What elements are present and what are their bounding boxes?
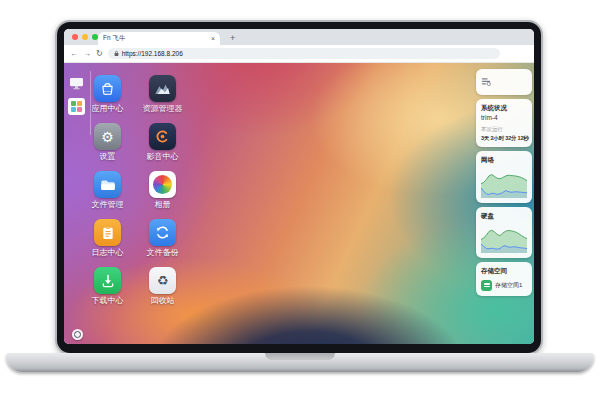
browser-toolbar: ← → ↻ https://192.168.8.206 bbox=[64, 45, 534, 63]
minimize-window-button[interactable] bbox=[82, 34, 88, 40]
app-settings[interactable]: ⚙ 设置 bbox=[80, 123, 135, 171]
app-download-center[interactable]: 下载中心 bbox=[80, 267, 135, 315]
lock-icon bbox=[114, 50, 119, 57]
app-label: 资源管理器 bbox=[143, 105, 183, 113]
app-file-manager[interactable]: 文件管理 bbox=[80, 171, 135, 219]
system-status-title: 系统状况 bbox=[481, 104, 527, 112]
file-manager-icon bbox=[94, 171, 121, 198]
storage-pool-name: 存储空间1 bbox=[495, 281, 522, 290]
new-tab-button[interactable]: + bbox=[230, 34, 235, 43]
reload-icon[interactable]: ↻ bbox=[96, 50, 103, 58]
app-label: 文件备份 bbox=[147, 249, 179, 257]
address-bar[interactable]: https://192.168.8.206 bbox=[108, 48, 500, 59]
app-resource-monitor[interactable]: 资源管理器 bbox=[135, 75, 190, 123]
app-photos[interactable]: 相册 bbox=[135, 171, 190, 219]
app-label: 影音中心 bbox=[147, 153, 179, 161]
app-label: 回收站 bbox=[151, 297, 175, 305]
network-sparkline-chart bbox=[481, 168, 527, 198]
network-title: 网络 bbox=[481, 156, 527, 164]
dock-start-button[interactable] bbox=[72, 329, 83, 340]
browser-tabstrip: Fn 飞牛 × + bbox=[64, 29, 534, 45]
app-center-icon: STORE bbox=[94, 75, 121, 102]
download-center-icon bbox=[94, 267, 121, 294]
hostname: trim-4 bbox=[481, 114, 527, 121]
storage-card: 存储空间 存储空间1 bbox=[476, 262, 532, 295]
storage-title: 存储空间 bbox=[481, 267, 527, 275]
forward-icon[interactable]: → bbox=[83, 50, 91, 58]
widget-panel: 系统状况 trim-4 本次运行 3天 2小时 32分 12秒 网络 硬盘 bbox=[476, 69, 532, 296]
system-status-card: 系统状况 trim-4 本次运行 3天 2小时 32分 12秒 bbox=[476, 99, 532, 147]
app-label: 日志中心 bbox=[92, 249, 124, 257]
recycle-bin-icon: ♻ bbox=[149, 267, 176, 294]
app-recycle-bin[interactable]: ♻ 回收站 bbox=[135, 267, 190, 315]
app-label: 下载中心 bbox=[92, 297, 124, 305]
storage-pool-row[interactable]: 存储空间1 bbox=[481, 280, 527, 291]
media-center-icon bbox=[149, 123, 176, 150]
laptop-base-notch bbox=[265, 353, 335, 360]
laptop-screen: Fn 飞牛 × + ← → ↻ https://192.16 bbox=[55, 20, 543, 355]
laptop-base bbox=[6, 353, 594, 372]
tab-title: Fn 飞牛 bbox=[103, 34, 211, 43]
screen-bezel: Fn 飞牛 × + ← → ↻ https://192.16 bbox=[57, 22, 541, 353]
back-icon[interactable]: ← bbox=[70, 50, 78, 58]
maximize-window-button[interactable] bbox=[92, 34, 98, 40]
settings-gear-icon: ⚙ bbox=[94, 123, 121, 150]
file-backup-sync-icon bbox=[149, 219, 176, 246]
uptime-label: 本次运行 bbox=[481, 126, 527, 133]
url-text: https://192.168.8.206 bbox=[122, 50, 183, 57]
window-controls bbox=[72, 34, 98, 40]
svg-text:STORE: STORE bbox=[103, 90, 112, 93]
disk-title: 硬盘 bbox=[481, 212, 527, 220]
storage-disk-icon bbox=[481, 280, 492, 291]
app-media-center[interactable]: 影音中心 bbox=[135, 123, 190, 171]
start-logo-icon bbox=[74, 331, 81, 338]
widget-settings-icon bbox=[481, 77, 491, 87]
photos-pinwheel-icon bbox=[149, 171, 176, 198]
app-label: 应用中心 bbox=[92, 105, 124, 113]
disk-sparkline-chart bbox=[481, 223, 527, 253]
app-file-backup[interactable]: 文件备份 bbox=[135, 219, 190, 267]
app-log-center[interactable]: 日志中心 bbox=[80, 219, 135, 267]
disk-card: 硬盘 bbox=[476, 207, 532, 258]
nas-desktop: STORE 应用中心 bbox=[64, 63, 534, 344]
browser-window: Fn 飞牛 × + ← → ↻ https://192.16 bbox=[64, 29, 534, 344]
app-app-center[interactable]: STORE 应用中心 bbox=[80, 75, 135, 123]
app-label: 文件管理 bbox=[92, 201, 124, 209]
network-card: 网络 bbox=[476, 151, 532, 202]
app-label: 相册 bbox=[155, 201, 171, 209]
widget-panel-toggle-card[interactable] bbox=[476, 69, 532, 95]
desktop-app-grid: STORE 应用中心 bbox=[80, 75, 190, 315]
browser-tab[interactable]: Fn 飞牛 × bbox=[98, 32, 220, 45]
uptime-value: 3天 2小时 32分 12秒 bbox=[481, 135, 527, 142]
laptop-mockup: Fn 飞牛 × + ← → ↻ https://192.16 bbox=[0, 0, 600, 400]
app-label: 设置 bbox=[100, 153, 116, 161]
log-center-icon bbox=[94, 219, 121, 246]
tab-close-icon[interactable]: × bbox=[211, 35, 215, 42]
close-window-button[interactable] bbox=[72, 34, 78, 40]
resource-monitor-icon bbox=[149, 75, 176, 102]
